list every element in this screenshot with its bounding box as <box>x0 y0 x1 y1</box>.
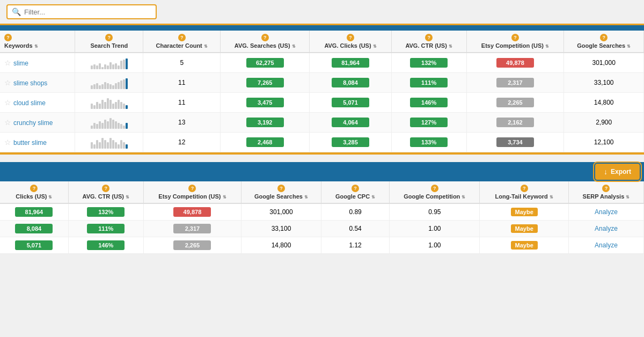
trend-chart <box>79 76 138 89</box>
keyword-link[interactable]: slime <box>13 60 28 67</box>
clicks-pill: 5,071 <box>332 98 369 107</box>
th-b-google-cpc[interactable]: ? Google CPC ⇅ <box>321 181 389 203</box>
star-icon[interactable]: ☆ <box>4 78 11 87</box>
th-b-google-cpc-label: Google CPC ⇅ <box>335 193 375 200</box>
th-b-google-searches[interactable]: ? Google Searches ⇅ <box>241 181 321 203</box>
cell-google-searches: 2,900 <box>564 113 644 133</box>
cell-trend <box>75 73 143 93</box>
clicks-pill: 3,285 <box>332 137 369 147</box>
cell-char-count: 12 <box>143 133 221 152</box>
cell-b-google-cpc: 0.89 <box>321 203 389 221</box>
cell-b-etsy: 2,265 <box>143 237 241 254</box>
top-header-row: ? Keywords ⇅ ? Search Trend ? Character … <box>0 31 644 53</box>
searches-pill: 7,265 <box>246 78 284 87</box>
help-icon-searches: ? <box>261 34 269 41</box>
cell-b-google-cpc: 0.54 <box>321 221 389 237</box>
star-icon[interactable]: ☆ <box>4 138 11 146</box>
ctr-pill: 132% <box>410 58 448 68</box>
cell-avg-clicks: 3,285 <box>310 133 391 152</box>
th-avg-searches-label: AVG. Searches (US) ⇅ <box>235 42 296 49</box>
keyword-link[interactable]: crunchy slime <box>13 119 53 127</box>
b-ctr-pill: 132% <box>87 207 125 217</box>
searches-pill: 3,475 <box>246 98 284 107</box>
table-row: ☆cloud slime113,4755,071146%2,26514,800 <box>0 93 644 113</box>
th-search-trend[interactable]: ? Search Trend <box>75 31 143 53</box>
cell-avg-ctr: 146% <box>391 93 466 113</box>
analyze-link[interactable]: Analyze <box>595 225 618 232</box>
help-icon-keywords: ? <box>4 34 12 41</box>
cell-avg-clicks: 5,071 <box>310 93 391 113</box>
keyword-link[interactable]: slime shops <box>13 79 47 87</box>
cell-etsy-competition: 2,317 <box>466 73 564 93</box>
keyword-link[interactable]: cloud slime <box>13 99 46 107</box>
th-b-ctr[interactable]: ? AVG. CTR (US) ⇅ <box>68 181 143 203</box>
etsy-pill: 3,734 <box>496 137 534 147</box>
th-avg-clicks[interactable]: ? AVG. Clicks (US) ⇅ <box>310 31 391 53</box>
help-icon-char: ? <box>178 34 186 41</box>
th-char-count-label: Character Count ⇅ <box>156 42 208 49</box>
cell-char-count: 11 <box>143 73 221 93</box>
cell-b-serp: Analyze <box>568 221 643 237</box>
help-icon-b-etsy: ? <box>188 185 196 192</box>
th-keywords-label: Keywords ⇅ <box>4 42 38 49</box>
star-icon[interactable]: ☆ <box>4 118 11 127</box>
cell-etsy-competition: 2,265 <box>466 93 564 113</box>
th-keywords[interactable]: ? Keywords ⇅ <box>0 31 75 53</box>
b-etsy-pill: 2,317 <box>173 224 211 233</box>
export-button[interactable]: ↓ Export <box>595 164 640 180</box>
th-b-clicks[interactable]: ? Clicks (US) ⇅ <box>0 181 68 203</box>
bottom-table-row: 81,964132%49,878301,0000.890.95MaybeAnal… <box>0 203 644 221</box>
clicks-pill: 4,064 <box>332 118 369 127</box>
b-etsy-pill: 49,878 <box>173 207 211 217</box>
searches-pill: 62,275 <box>246 58 284 68</box>
cell-trend <box>75 93 143 113</box>
bottom-section: ↓ Export ? Clicks (US) ⇅ ? AVG. CTR (US)… <box>0 162 644 254</box>
etsy-pill: 49,878 <box>496 58 534 68</box>
cell-b-etsy: 49,878 <box>143 203 241 221</box>
cell-keyword: ☆crunchy slime <box>0 113 75 133</box>
analyze-link[interactable]: Analyze <box>595 241 618 249</box>
th-b-long-tail[interactable]: ? Long-Tail Keyword ⇅ <box>480 181 568 203</box>
cell-keyword: ☆slime shops <box>0 73 75 93</box>
star-icon[interactable]: ☆ <box>4 58 11 67</box>
filter-bar: 🔍 <box>0 0 644 25</box>
th-avg-searches[interactable]: ? AVG. Searches (US) ⇅ <box>221 31 310 53</box>
cell-b-long-tail: Maybe <box>480 221 568 237</box>
help-icon-b-clicks: ? <box>30 185 38 192</box>
th-b-etsy[interactable]: ? Etsy Competition (US) ⇅ <box>143 181 241 203</box>
th-google-searches-label: Google Searches ⇅ <box>577 42 631 49</box>
cell-b-etsy: 2,317 <box>143 221 241 237</box>
cell-google-searches: 301,000 <box>564 53 644 73</box>
th-google-searches[interactable]: ? Google Searches ⇅ <box>564 31 644 53</box>
help-icon-b-ctr: ? <box>102 185 109 192</box>
top-table-wrap: ? Keywords ⇅ ? Search Trend ? Character … <box>0 25 644 155</box>
th-char-count[interactable]: ? Character Count ⇅ <box>143 31 221 53</box>
th-etsy-competition-label: Etsy Competition (US) ⇅ <box>481 42 549 49</box>
filter-input[interactable] <box>24 8 142 16</box>
th-b-google-competition-label: Google Competition ⇅ <box>404 193 465 200</box>
help-icon-b-cpc: ? <box>352 185 359 192</box>
cell-keyword: ☆slime <box>0 53 75 73</box>
cell-avg-searches: 2,468 <box>221 133 310 152</box>
analyze-link[interactable]: Analyze <box>595 208 618 216</box>
th-b-serp[interactable]: ? SERP Analysis ⇅ <box>568 181 643 203</box>
cell-b-long-tail: Maybe <box>480 237 568 254</box>
keyword-link[interactable]: butter slime <box>13 139 47 146</box>
etsy-pill: 2,265 <box>496 98 534 107</box>
cell-etsy-competition: 49,878 <box>466 53 564 73</box>
star-icon[interactable]: ☆ <box>4 98 11 107</box>
cell-avg-clicks: 8,084 <box>310 73 391 93</box>
cell-avg-searches: 7,265 <box>221 73 310 93</box>
maybe-badge: Maybe <box>511 241 538 250</box>
cell-avg-ctr: 133% <box>391 133 466 152</box>
th-b-google-competition[interactable]: ? Google Competition ⇅ <box>390 181 480 203</box>
cell-char-count: 5 <box>143 53 221 73</box>
cell-google-searches: 33,100 <box>564 73 644 93</box>
th-b-ctr-label: AVG. CTR (US) ⇅ <box>83 193 129 200</box>
bottom-table-row: 5,071146%2,26514,8001.121.00MaybeAnalyze <box>0 237 644 254</box>
th-avg-ctr[interactable]: ? AVG. CTR (US) ⇅ <box>391 31 466 53</box>
th-etsy-competition[interactable]: ? Etsy Competition (US) ⇅ <box>466 31 564 53</box>
cell-trend <box>75 113 143 133</box>
table-row: ☆slime562,27581,964132%49,878301,000 <box>0 53 644 73</box>
maybe-badge: Maybe <box>511 208 538 216</box>
